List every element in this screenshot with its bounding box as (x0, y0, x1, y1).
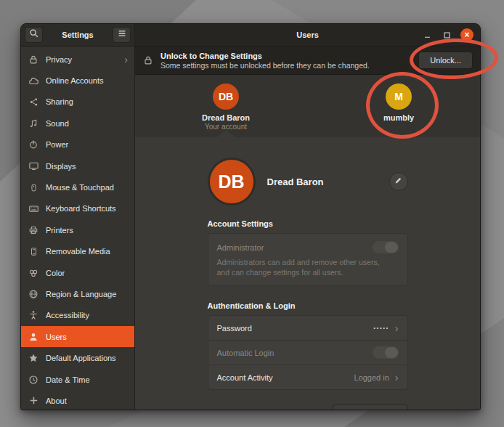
sidebar-item-default-applications[interactable]: Default Applications (21, 347, 134, 368)
account-activity-label: Account Activity (217, 373, 273, 382)
titlebar[interactable]: Settings Users × (21, 24, 480, 46)
account-activity-value: Logged in (354, 373, 389, 382)
sidebar-item-label: About (46, 396, 67, 405)
toggle-knob (385, 347, 398, 358)
sidebar-item-label: Power (46, 140, 68, 149)
unlock-button[interactable]: Unlock... (418, 52, 473, 69)
sidebar-item-power[interactable]: Power (21, 134, 134, 155)
chevron-right-icon: › (395, 373, 399, 383)
sidebar-item-region-language[interactable]: Region & Language (21, 283, 134, 304)
sidebar-item-label: Removable Media (46, 247, 110, 256)
sidebar-item-label: Default Applications (46, 354, 116, 362)
password-label: Password (217, 324, 252, 333)
sidebar-item-label: Color (46, 269, 65, 277)
sidebar-item-color[interactable]: Color (21, 262, 134, 283)
sidebar-item-users[interactable]: Users (21, 326, 134, 347)
profile-row: DB Dread Baron (208, 158, 408, 206)
authentication-heading: Authentication & Login (208, 301, 408, 310)
pencil-icon (394, 175, 403, 188)
unlock-banner: Unlock to Change Settings Some settings … (135, 46, 480, 75)
account-activity-row[interactable]: Account Activity Logged in › (208, 365, 407, 389)
sidebar-item-label: Keyboard Shortcuts (46, 204, 116, 213)
unlock-subtitle: Some settings must be unlocked before th… (160, 61, 370, 70)
users-icon (28, 331, 39, 343)
sidebar-item-mouse-touchpad[interactable]: Mouse & Touchpad (21, 176, 134, 198)
mouse-icon (28, 182, 39, 193)
selected-user-pointer (216, 130, 235, 137)
sidebar-item-label: Privacy (46, 55, 72, 64)
sidebar-item-label: Date & Time (46, 375, 90, 384)
avatar-dread-baron: DB (213, 84, 239, 110)
user-carousel: DB Dread Baron Your account M mumbly (135, 75, 480, 137)
automatic-login-row: Automatic Login (208, 340, 407, 365)
toggle-knob (385, 242, 398, 253)
chevron-right-icon: › (124, 54, 128, 65)
search-button[interactable] (25, 27, 43, 43)
minimize-button[interactable] (421, 29, 433, 41)
sidebar-item-label: Users (46, 333, 67, 341)
automatic-login-label: Automatic Login (217, 349, 275, 357)
sidebar-item-removable-media[interactable]: Removable Media (21, 241, 134, 262)
keyboard-icon (28, 203, 39, 214)
accessibility-icon (28, 309, 39, 321)
cloud-icon (28, 75, 39, 86)
lock-icon (28, 54, 39, 65)
sidebar-item-date-time[interactable]: Date & Time (21, 369, 134, 390)
hamburger-icon (117, 28, 127, 41)
carousel-user-mumbly[interactable]: M mumbly (354, 84, 444, 122)
sidebar-item-printers[interactable]: Printers (21, 219, 134, 240)
account-settings-card: Administrator Administrators can add and… (208, 233, 408, 286)
printer-icon (28, 224, 39, 236)
power-icon (28, 139, 39, 150)
sidebar-item-accessibility[interactable]: Accessibility (21, 305, 134, 326)
displays-icon (28, 160, 39, 172)
administrator-description: Administrators can add and remove other … (217, 258, 386, 277)
sidebar-item-label: Accessibility (46, 311, 89, 320)
edit-name-button[interactable] (389, 172, 408, 191)
profile-avatar[interactable]: DB (208, 158, 256, 206)
sidebar-item-sound[interactable]: Sound (21, 113, 134, 134)
close-button[interactable]: × (460, 28, 473, 41)
maximize-button[interactable] (441, 29, 452, 41)
sidebar-item-label: Region & Language (46, 290, 116, 298)
lock-icon (142, 54, 154, 66)
removable-media-icon (28, 245, 39, 257)
menu-button[interactable] (113, 27, 131, 43)
headerbar[interactable]: Users × (135, 24, 480, 46)
profile-name: Dread Baron (267, 176, 324, 187)
unlock-title: Unlock to Change Settings (160, 52, 370, 60)
sidebar-item-label: Sound (46, 119, 69, 128)
password-row[interactable]: Password ••••• › (208, 316, 407, 340)
sidebar-item-label: Sharing (46, 97, 73, 106)
carousel-user-name: mumbly (354, 113, 444, 122)
administrator-toggle[interactable] (373, 241, 399, 253)
about-icon (28, 395, 39, 407)
sidebar-item-keyboard-shortcuts[interactable]: Keyboard Shortcuts (21, 198, 134, 219)
settings-window: Settings Users × Privacy›Online Accounts… (20, 23, 481, 410)
authentication-card: Password ••••• › Automatic Login Account… (208, 315, 408, 390)
sidebar: Privacy›Online AccountsSharingSoundPower… (21, 46, 135, 410)
star-icon (28, 352, 39, 364)
sidebar-item-label: Mouse & Touchpad (46, 183, 114, 192)
sidebar-item-about[interactable]: About (21, 390, 134, 410)
automatic-login-toggle[interactable] (373, 346, 399, 359)
sidebar-header: Settings (21, 24, 135, 46)
globe-icon (28, 288, 39, 300)
sidebar-item-displays[interactable]: Displays (21, 155, 134, 176)
carousel-user-name: Dread Baron (181, 113, 271, 122)
window-controls: × (421, 28, 480, 41)
sidebar-item-online-accounts[interactable]: Online Accounts (21, 70, 134, 91)
settings-window-title: Settings (46, 30, 110, 39)
color-icon (28, 267, 39, 279)
account-settings-heading: Account Settings (208, 219, 408, 228)
sidebar-item-label: Online Accounts (46, 76, 104, 85)
sidebar-item-privacy[interactable]: Privacy› (21, 49, 134, 70)
remove-user-button[interactable]: Remove User... (333, 404, 408, 410)
sidebar-item-sharing[interactable]: Sharing (21, 92, 134, 113)
password-value: ••••• (373, 325, 389, 331)
chevron-right-icon: › (395, 323, 399, 333)
users-panel: Unlock to Change Settings Some settings … (135, 46, 480, 410)
administrator-label: Administrator (217, 243, 264, 252)
avatar-mumbly: M (386, 84, 412, 110)
carousel-user-dread-baron[interactable]: DB Dread Baron Your account (181, 84, 271, 131)
